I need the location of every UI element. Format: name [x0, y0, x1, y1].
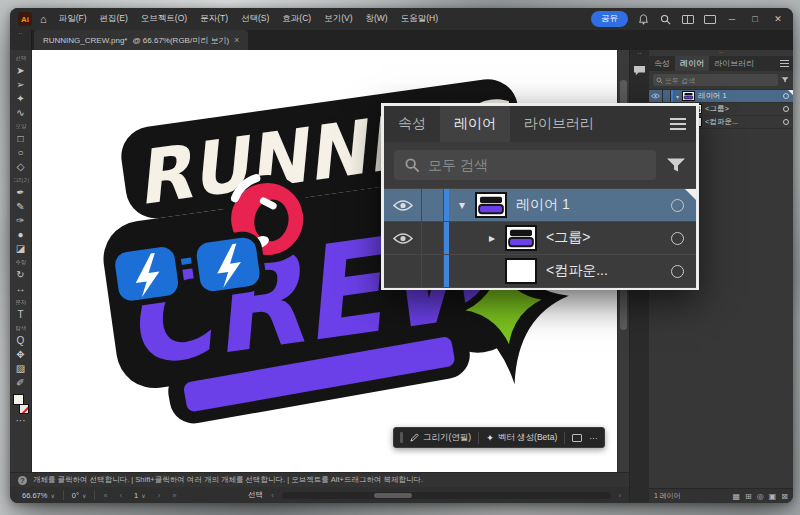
rectangle-tool-icon[interactable]: □: [12, 132, 30, 146]
layer-thumbnail[interactable]: [682, 91, 695, 101]
expand-chevron-icon[interactable]: ▾: [449, 198, 475, 212]
tab-layers[interactable]: 레이어: [675, 56, 709, 71]
visibility-eye-icon[interactable]: [384, 189, 422, 221]
scroll-right-arrow[interactable]: ›: [619, 491, 622, 500]
scroll-left-arrow[interactable]: ‹: [271, 491, 274, 500]
rotation-select[interactable]: 0°∨: [68, 491, 91, 500]
brush-tool-icon[interactable]: ✑: [12, 214, 30, 228]
taskbar-drag-handle[interactable]: [400, 432, 403, 443]
target-circle-icon[interactable]: [783, 106, 789, 112]
layer-name[interactable]: <컴파운...: [546, 262, 671, 280]
menu-window[interactable]: 창(W): [366, 13, 388, 25]
layer-row-compound[interactable]: <컴파운...: [384, 255, 696, 288]
menu-view[interactable]: 보기(V): [324, 13, 352, 25]
pen-tool-icon[interactable]: ✒: [12, 186, 30, 200]
draw-pencil-button[interactable]: 그리기(연필): [410, 432, 471, 444]
magic-wand-tool-icon[interactable]: ✦: [12, 92, 30, 106]
gradient-tool-icon[interactable]: ▨: [12, 362, 30, 376]
layer-name[interactable]: 레이어 1: [516, 196, 671, 214]
layer-name[interactable]: <컴파운...: [705, 117, 783, 127]
lasso-tool-icon[interactable]: ∿: [12, 106, 30, 120]
tab-libraries[interactable]: 라이브러리: [709, 56, 759, 71]
layer-row-layer1[interactable]: ▾ 레이어 1: [384, 189, 696, 222]
eraser-tool-icon[interactable]: ◪: [12, 242, 30, 256]
panel-menu-icon[interactable]: [670, 123, 686, 125]
home-icon[interactable]: ⌂: [40, 13, 47, 25]
layer-thumbnail[interactable]: [475, 192, 507, 218]
new-sublayer-icon[interactable]: ⊞: [745, 492, 752, 501]
target-circle-icon[interactable]: [783, 119, 789, 125]
artboard-number-select[interactable]: 1∨: [130, 491, 150, 500]
mockup-icon[interactable]: [572, 434, 582, 442]
filter-icon[interactable]: [781, 76, 789, 84]
target-circle-icon[interactable]: [671, 199, 684, 212]
zoom-level-select[interactable]: 66.67%∨: [18, 491, 59, 500]
menu-effect[interactable]: 효과(C): [282, 13, 311, 25]
eyedropper-tool-icon[interactable]: ✐: [12, 376, 30, 390]
menu-help[interactable]: 도움말(H): [401, 13, 438, 25]
menu-edit[interactable]: 편집(E): [100, 13, 128, 25]
comments-icon[interactable]: [633, 65, 646, 77]
layer-name[interactable]: <그룹>: [705, 104, 783, 114]
expand-chevron-icon[interactable]: ▾: [673, 93, 682, 100]
layer-thumbnail[interactable]: [505, 258, 537, 284]
ellipse-tool-icon[interactable]: ○: [12, 146, 30, 160]
visibility-eye-icon[interactable]: [649, 90, 663, 102]
fill-stroke-swatches[interactable]: [13, 394, 29, 414]
target-circle-icon[interactable]: [671, 232, 684, 245]
share-button[interactable]: 공유: [591, 11, 628, 27]
layer-name[interactable]: <그룹>: [546, 229, 671, 247]
polygon-tool-icon[interactable]: ◇: [12, 160, 30, 174]
document-tab[interactable]: RUNNING_CREW.png* @ 66.67%(RGB/미리 보기) ×: [34, 30, 248, 50]
workspace-switcher-icon[interactable]: [703, 13, 716, 26]
layers-search-input[interactable]: [653, 74, 778, 86]
panel-menu-icon[interactable]: [780, 63, 789, 64]
visibility-eye-icon[interactable]: [384, 222, 422, 254]
previous-artboard-button[interactable]: ‹: [116, 491, 127, 500]
selection-tool-icon[interactable]: ➤: [12, 64, 30, 78]
h-scroll-thumb[interactable]: [374, 493, 412, 498]
minimize-button[interactable]: ─: [725, 14, 739, 24]
hand-tool-icon[interactable]: ✥: [12, 348, 30, 362]
first-artboard-button[interactable]: «: [99, 491, 111, 500]
direct-selection-tool-icon[interactable]: ➢: [12, 78, 30, 92]
pencil-tool-icon[interactable]: ✎: [12, 200, 30, 214]
target-circle-icon[interactable]: [671, 265, 684, 278]
maximize-button[interactable]: □: [748, 14, 762, 24]
rotate-tool-icon[interactable]: ↻: [12, 268, 30, 282]
locate-object-icon[interactable]: ◎: [757, 492, 764, 501]
taskbar-more-icon[interactable]: ···: [589, 433, 598, 443]
search-icon[interactable]: [659, 13, 672, 26]
menu-select[interactable]: 선택(S): [241, 13, 269, 25]
close-button[interactable]: ✕: [771, 14, 785, 24]
next-artboard-button[interactable]: ›: [154, 491, 165, 500]
expand-chevron-icon[interactable]: ▸: [479, 231, 505, 245]
menu-object[interactable]: 오브젝트(O): [141, 13, 187, 25]
horizontal-scrollbar[interactable]: [282, 492, 611, 499]
close-tab-icon[interactable]: ×: [234, 35, 239, 45]
clipping-mask-icon[interactable]: ▦: [732, 492, 740, 501]
last-artboard-button[interactable]: »: [168, 491, 180, 500]
stroke-swatch[interactable]: [19, 404, 29, 414]
layers-search-input[interactable]: [394, 150, 656, 180]
tab-layers[interactable]: 레이어: [440, 106, 510, 142]
tab-libraries[interactable]: 라이브러리: [510, 106, 608, 142]
type-tool-icon[interactable]: T: [12, 308, 30, 322]
arrange-documents-icon[interactable]: [681, 13, 694, 26]
layer-row-layer1[interactable]: ▾ 레이어 1: [649, 90, 793, 103]
notifications-bell-icon[interactable]: [637, 13, 650, 26]
blob-brush-tool-icon[interactable]: ●: [12, 228, 30, 242]
filter-icon[interactable]: [666, 157, 686, 174]
visibility-eye-empty[interactable]: [384, 255, 422, 287]
layer-name[interactable]: 레이어 1: [698, 91, 783, 101]
menu-type[interactable]: 문자(T): [200, 13, 228, 25]
vector-generate-button[interactable]: ✦ 벡터 생성(Beta): [486, 432, 557, 444]
scale-tool-icon[interactable]: ↔: [12, 282, 30, 296]
layer-row-group[interactable]: ▸ <그룹>: [384, 222, 696, 255]
layer-thumbnail[interactable]: [505, 225, 537, 251]
tab-properties[interactable]: 속성: [649, 56, 675, 71]
delete-layer-icon[interactable]: ⊠: [781, 492, 788, 501]
more-tools-icon[interactable]: ···: [12, 414, 30, 428]
menu-file[interactable]: 파일(F): [59, 13, 87, 25]
new-layer-icon[interactable]: ▣: [769, 492, 777, 501]
